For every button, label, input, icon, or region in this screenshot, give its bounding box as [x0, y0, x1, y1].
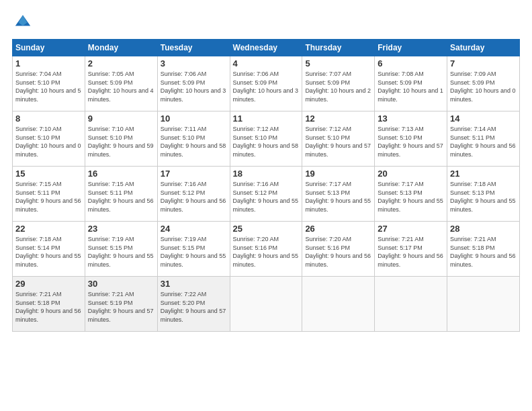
day-number: 6 — [378, 58, 444, 68]
day-number: 3 — [161, 58, 227, 68]
weekday-sunday: Sunday — [13, 40, 85, 56]
day-number: 30 — [88, 279, 154, 289]
cell-info: Sunrise: 7:19 AM Sunset: 5:15 PM Dayligh… — [161, 235, 227, 269]
cell-info: Sunrise: 7:10 AM Sunset: 5:10 PM Dayligh… — [88, 125, 154, 158]
day-number: 26 — [305, 224, 371, 234]
weekday-wednesday: Wednesday — [230, 40, 302, 56]
day-number: 4 — [233, 58, 300, 68]
day-number: 2 — [88, 58, 154, 68]
calendar-cell: 16 Sunrise: 7:15 AM Sunset: 5:11 PM Dayl… — [85, 167, 157, 222]
cell-info: Sunrise: 7:10 AM Sunset: 5:10 PM Dayligh… — [15, 125, 82, 158]
calendar-cell: 18 Sunrise: 7:16 AM Sunset: 5:12 PM Dayl… — [230, 167, 302, 222]
cell-info: Sunrise: 7:12 AM Sunset: 5:10 PM Dayligh… — [305, 125, 371, 158]
week-row-4: 29 Sunrise: 7:21 AM Sunset: 5:18 PM Dayl… — [13, 277, 520, 332]
weekday-friday: Friday — [375, 40, 447, 56]
calendar-cell: 12 Sunrise: 7:12 AM Sunset: 5:10 PM Dayl… — [302, 111, 375, 167]
calendar-cell: 8 Sunrise: 7:10 AM Sunset: 5:10 PM Dayli… — [13, 111, 85, 167]
calendar-cell: 19 Sunrise: 7:17 AM Sunset: 5:13 PM Dayl… — [302, 167, 375, 222]
day-number: 27 — [378, 224, 444, 234]
calendar-cell: 17 Sunrise: 7:16 AM Sunset: 5:12 PM Dayl… — [157, 167, 230, 222]
cell-info: Sunrise: 7:06 AM Sunset: 5:09 PM Dayligh… — [233, 70, 300, 103]
calendar-cell: 14 Sunrise: 7:14 AM Sunset: 5:11 PM Dayl… — [447, 111, 520, 167]
page: SundayMondayTuesdayWednesdayThursdayFrid… — [0, 0, 532, 411]
week-row-1: 8 Sunrise: 7:10 AM Sunset: 5:10 PM Dayli… — [13, 111, 520, 167]
day-number: 15 — [15, 169, 82, 179]
calendar-cell: 10 Sunrise: 7:11 AM Sunset: 5:10 PM Dayl… — [157, 111, 230, 167]
weekday-header-row: SundayMondayTuesdayWednesdayThursdayFrid… — [13, 40, 520, 56]
day-number: 23 — [88, 224, 154, 234]
day-number: 5 — [305, 58, 371, 68]
cell-info: Sunrise: 7:16 AM Sunset: 5:12 PM Dayligh… — [233, 180, 300, 214]
day-number: 11 — [233, 113, 300, 124]
day-number: 16 — [88, 169, 154, 179]
cell-info: Sunrise: 7:21 AM Sunset: 5:18 PM Dayligh… — [15, 290, 82, 324]
cell-info: Sunrise: 7:12 AM Sunset: 5:10 PM Dayligh… — [233, 125, 300, 158]
calendar-cell: 15 Sunrise: 7:15 AM Sunset: 5:11 PM Dayl… — [13, 167, 85, 222]
day-number: 7 — [450, 58, 517, 68]
weekday-tuesday: Tuesday — [157, 40, 230, 56]
calendar-cell: 13 Sunrise: 7:13 AM Sunset: 5:10 PM Dayl… — [375, 111, 447, 167]
week-row-0: 1 Sunrise: 7:04 AM Sunset: 5:10 PM Dayli… — [13, 56, 520, 111]
cell-info: Sunrise: 7:11 AM Sunset: 5:10 PM Dayligh… — [161, 125, 227, 158]
day-number: 24 — [161, 224, 227, 234]
cell-info: Sunrise: 7:17 AM Sunset: 5:13 PM Dayligh… — [378, 180, 444, 214]
cell-info: Sunrise: 7:05 AM Sunset: 5:09 PM Dayligh… — [88, 70, 154, 103]
calendar-cell: 3 Sunrise: 7:06 AM Sunset: 5:09 PM Dayli… — [157, 56, 230, 111]
cell-info: Sunrise: 7:17 AM Sunset: 5:13 PM Dayligh… — [305, 180, 371, 214]
weekday-monday: Monday — [85, 40, 157, 56]
calendar-cell: 24 Sunrise: 7:19 AM Sunset: 5:15 PM Dayl… — [157, 222, 230, 277]
day-number: 12 — [305, 113, 371, 124]
cell-info: Sunrise: 7:21 AM Sunset: 5:19 PM Dayligh… — [88, 290, 154, 324]
weekday-saturday: Saturday — [447, 40, 520, 56]
calendar-cell: 27 Sunrise: 7:21 AM Sunset: 5:17 PM Dayl… — [375, 222, 447, 277]
calendar-cell: 2 Sunrise: 7:05 AM Sunset: 5:09 PM Dayli… — [85, 56, 157, 111]
calendar-cell: 21 Sunrise: 7:18 AM Sunset: 5:13 PM Dayl… — [447, 167, 520, 222]
day-number: 31 — [161, 279, 227, 289]
cell-info: Sunrise: 7:21 AM Sunset: 5:17 PM Dayligh… — [378, 235, 444, 269]
cell-info: Sunrise: 7:20 AM Sunset: 5:16 PM Dayligh… — [305, 235, 371, 269]
calendar-cell: 26 Sunrise: 7:20 AM Sunset: 5:16 PM Dayl… — [302, 222, 375, 277]
week-row-2: 15 Sunrise: 7:15 AM Sunset: 5:11 PM Dayl… — [13, 167, 520, 222]
cell-info: Sunrise: 7:09 AM Sunset: 5:09 PM Dayligh… — [450, 70, 517, 103]
cell-info: Sunrise: 7:16 AM Sunset: 5:12 PM Dayligh… — [161, 180, 227, 214]
cell-info: Sunrise: 7:04 AM Sunset: 5:10 PM Dayligh… — [15, 70, 82, 103]
calendar-cell: 25 Sunrise: 7:20 AM Sunset: 5:16 PM Dayl… — [230, 222, 302, 277]
calendar-cell: 6 Sunrise: 7:08 AM Sunset: 5:09 PM Dayli… — [375, 56, 447, 111]
day-number: 1 — [15, 58, 82, 68]
calendar-cell: 7 Sunrise: 7:09 AM Sunset: 5:09 PM Dayli… — [447, 56, 520, 111]
calendar-cell: 20 Sunrise: 7:17 AM Sunset: 5:13 PM Dayl… — [375, 167, 447, 222]
cell-info: Sunrise: 7:21 AM Sunset: 5:18 PM Dayligh… — [450, 235, 517, 269]
day-number: 25 — [233, 224, 300, 234]
calendar-cell: 23 Sunrise: 7:19 AM Sunset: 5:15 PM Dayl… — [85, 222, 157, 277]
calendar-cell: 5 Sunrise: 7:07 AM Sunset: 5:09 PM Dayli… — [302, 56, 375, 111]
calendar-cell: 9 Sunrise: 7:10 AM Sunset: 5:10 PM Dayli… — [85, 111, 157, 167]
calendar-cell: 11 Sunrise: 7:12 AM Sunset: 5:10 PM Dayl… — [230, 111, 302, 167]
cell-info: Sunrise: 7:06 AM Sunset: 5:09 PM Dayligh… — [161, 70, 227, 103]
week-row-3: 22 Sunrise: 7:18 AM Sunset: 5:14 PM Dayl… — [13, 222, 520, 277]
calendar-cell — [302, 277, 375, 332]
day-number: 22 — [15, 224, 82, 234]
calendar-cell: 22 Sunrise: 7:18 AM Sunset: 5:14 PM Dayl… — [13, 222, 85, 277]
cell-info: Sunrise: 7:07 AM Sunset: 5:09 PM Dayligh… — [305, 70, 371, 103]
cell-info: Sunrise: 7:15 AM Sunset: 5:11 PM Dayligh… — [88, 180, 154, 214]
calendar-cell: 29 Sunrise: 7:21 AM Sunset: 5:18 PM Dayl… — [13, 277, 85, 332]
weekday-thursday: Thursday — [302, 40, 375, 56]
header — [12, 11, 520, 32]
day-number: 13 — [378, 113, 444, 124]
day-number: 8 — [15, 113, 82, 124]
logo-icon — [12, 11, 34, 32]
calendar-cell — [447, 277, 520, 332]
day-number: 20 — [378, 169, 444, 179]
day-number: 19 — [305, 169, 371, 179]
cell-info: Sunrise: 7:15 AM Sunset: 5:11 PM Dayligh… — [15, 180, 82, 214]
calendar-cell: 1 Sunrise: 7:04 AM Sunset: 5:10 PM Dayli… — [13, 56, 85, 111]
calendar-cell: 28 Sunrise: 7:21 AM Sunset: 5:18 PM Dayl… — [447, 222, 520, 277]
cell-info: Sunrise: 7:13 AM Sunset: 5:10 PM Dayligh… — [378, 125, 444, 158]
logo — [12, 11, 36, 32]
cell-info: Sunrise: 7:19 AM Sunset: 5:15 PM Dayligh… — [88, 235, 154, 269]
cell-info: Sunrise: 7:14 AM Sunset: 5:11 PM Dayligh… — [450, 125, 517, 158]
day-number: 21 — [450, 169, 517, 179]
day-number: 29 — [15, 279, 82, 289]
day-number: 10 — [161, 113, 227, 124]
day-number: 14 — [450, 113, 517, 124]
